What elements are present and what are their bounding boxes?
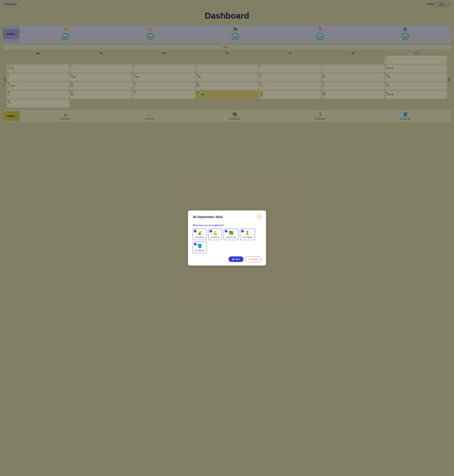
- check-badge: ✓: [210, 230, 212, 233]
- modal-goal-emoji: 🧘: [245, 231, 250, 235]
- modal-goal-card[interactable]: ✓ 🧘 Do Meditation: [240, 229, 255, 240]
- modal-goal-label: Do Cleaning: [195, 249, 204, 251]
- modal-goal-card[interactable]: ✓ 💰 Save Money: [193, 229, 207, 240]
- modal-goal-emoji: 🥦: [228, 231, 234, 235]
- modal-goals-list: ✓ 💰 Save Money ✓ 💪 Do Exercise ✓ 🥦 Eat M…: [193, 229, 261, 253]
- check-badge: ✓: [194, 230, 197, 233]
- modal-overlay[interactable]: 26 September 2024 ✕ What have you accomp…: [0, 0, 454, 476]
- modal: 26 September 2024 ✕ What have you accomp…: [188, 211, 266, 265]
- modal-goal-card[interactable]: ✓ 💪 Do Exercise: [208, 229, 222, 240]
- modal-goal-label: Eat More Veg: [226, 236, 236, 238]
- modal-goal-emoji: 🪣: [197, 244, 202, 248]
- modal-close-button[interactable]: ✕: [257, 215, 261, 219]
- modal-goal-card[interactable]: ✓ 🪣 Do Cleaning: [193, 242, 206, 253]
- modal-actions: 💾 Save ✕ Cancel: [193, 256, 261, 262]
- check-badge: ✓: [225, 230, 227, 233]
- modal-goal-label: Save Money: [195, 236, 204, 238]
- modal-date: 26 September 2024: [193, 215, 223, 219]
- modal-goal-emoji: 💪: [213, 231, 218, 235]
- modal-goal-emoji: 💰: [197, 231, 202, 235]
- cancel-button[interactable]: ✕ Cancel: [245, 256, 261, 262]
- save-button[interactable]: 💾 Save: [228, 256, 243, 262]
- modal-header: 26 September 2024 ✕: [193, 215, 261, 219]
- modal-goal-card[interactable]: ✓ 🥦 Eat More Veg: [224, 229, 238, 240]
- check-badge: ✓: [241, 230, 244, 233]
- modal-goal-label: Do Exercise: [211, 236, 219, 238]
- modal-goal-label: Do Meditation: [242, 236, 253, 238]
- modal-question: What have you accomplished?: [193, 224, 261, 226]
- check-badge: ✓: [194, 243, 197, 246]
